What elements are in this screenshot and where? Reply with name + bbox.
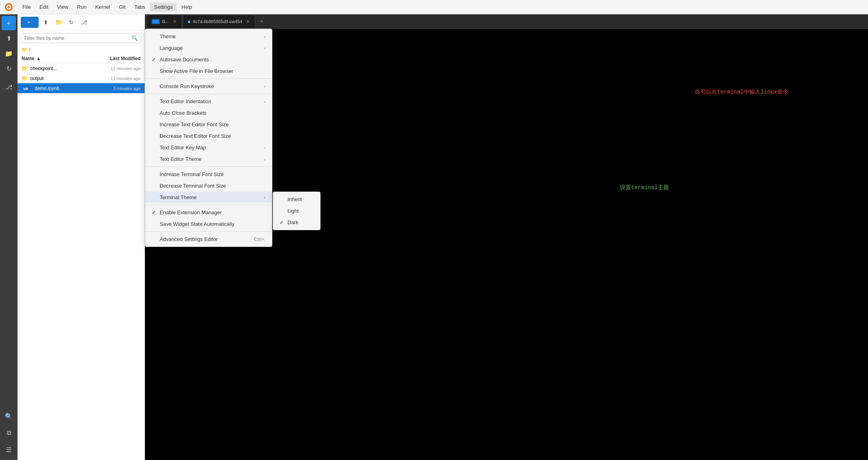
menu-item-autosave[interactable]: ✓ Autosave Documents	[145, 54, 272, 65]
file-modified: 11 minutes ago	[89, 66, 141, 71]
search-icon: 🔍	[131, 35, 138, 41]
file-name: output	[30, 76, 89, 81]
check-icon: ✓	[280, 219, 286, 225]
plus-icon: ＋	[26, 19, 31, 26]
arrow-icon: ›	[264, 145, 266, 150]
terminal-tab-label: ■	[188, 19, 191, 24]
notebook-tab-icon: NB	[152, 19, 160, 24]
menu-item-terminal-theme[interactable]: Terminal Theme › Inherit Light ✓ Dark	[145, 192, 272, 203]
close-tab-icon[interactable]: ✕	[173, 19, 177, 24]
upload-button[interactable]: ⬆	[40, 17, 51, 28]
menu-file[interactable]: File	[18, 2, 35, 12]
column-modified[interactable]: Last Modified	[89, 56, 141, 61]
menu-label: Increase Text Editor Font Size	[160, 121, 266, 127]
menu-label: Show Active File in File Browser	[160, 68, 266, 74]
menu-item-editor-theme[interactable]: Text Editor Theme ›	[145, 153, 272, 165]
add-tab-button[interactable]: +	[256, 16, 267, 27]
tab-notebook[interactable]: NB d... ✕	[147, 15, 182, 28]
menu-label: Autosave Documents	[160, 57, 266, 63]
menu-item-console-run[interactable]: Console Run Keystroke ›	[145, 80, 272, 92]
arrow-icon: ›	[264, 84, 266, 89]
menu-label: Theme	[160, 33, 264, 39]
menu-item-language[interactable]: Language ›	[145, 42, 272, 54]
annotation-red: 你可以在terminal中输入linux命令	[695, 88, 788, 96]
menu-divider	[145, 78, 272, 79]
sidebar-icons: ＋ ⬆ 📁 ↻ ⎇ 🔍 ⧉ ☰	[0, 14, 18, 460]
menu-divider	[145, 166, 272, 167]
submenu-item-inherit[interactable]: Inherit	[273, 194, 320, 205]
svg-point-2	[8, 6, 10, 8]
file-modified: 3 minutes ago	[89, 86, 141, 91]
shortcut-label: Ctrl+,	[254, 237, 266, 242]
menubar: File Edit View Run Kernel Git Tabs Setti…	[0, 0, 868, 14]
check-icon: ✓	[152, 57, 158, 63]
menu-help[interactable]: Help	[178, 2, 196, 12]
list-item[interactable]: 📁 output 11 minutes ago	[18, 73, 145, 83]
menu-item-increase-font[interactable]: Increase Text Editor Font Size	[145, 119, 272, 130]
menu-settings[interactable]: Settings	[150, 2, 177, 12]
menu-tabs[interactable]: Tabs	[130, 2, 149, 12]
new-folder-button[interactable]: 📁	[2, 46, 16, 61]
file-name: demo.ipynb	[35, 86, 89, 91]
file-modified: 11 minutes ago	[89, 76, 141, 81]
menu-item-auto-close[interactable]: Auto Close Brackets	[145, 107, 272, 119]
tab-label: d...	[162, 19, 169, 24]
menu-item-advanced[interactable]: Advanced Settings Editor Ctrl+,	[145, 233, 272, 245]
menu-label: Language	[160, 45, 264, 51]
list-item[interactable]: 📁 checkpoint... 11 minutes ago	[18, 63, 145, 73]
file-browser: ＋ ⬆ 📁 ↻ ⎇ 🔍 📁 / Name ▲ Last Modified	[18, 14, 145, 460]
menu-item-theme[interactable]: Theme ›	[145, 31, 272, 42]
submenu-label: Dark	[287, 219, 298, 225]
submenu-item-dark[interactable]: ✓ Dark	[273, 217, 320, 228]
column-name[interactable]: Name ▲	[22, 56, 89, 61]
arrow-icon: ›	[264, 99, 266, 104]
refresh-button[interactable]: ↻	[2, 61, 16, 76]
file-browser-toolbar: ＋ ⬆ 📁 ↻ ⎇	[18, 14, 145, 31]
submenu-label: Light	[287, 208, 299, 214]
menu-item-text-indent[interactable]: Text Editor Indentation ›	[145, 96, 272, 107]
menu-label: Enable Extension Manager	[160, 209, 266, 215]
annotation-green: 设置terminal主题	[620, 184, 669, 191]
tab-bar: NB d... ✕ ■ 4c7d-6b985955d9-cw454 ✕ +	[145, 14, 868, 29]
menu-git[interactable]: Git	[115, 2, 130, 12]
menu-edit[interactable]: Edit	[35, 2, 52, 12]
arrow-icon: ›	[264, 157, 266, 162]
new-button[interactable]: ＋	[21, 17, 39, 28]
file-name: checkpoint...	[30, 66, 89, 71]
submenu-item-light[interactable]: Light	[273, 205, 320, 217]
search-sidebar-button[interactable]: 🔍	[2, 409, 16, 423]
menu-divider	[145, 205, 272, 205]
extension-button[interactable]: ⧉	[2, 426, 16, 440]
menu-item-keymap[interactable]: Text Editor Key Map ›	[145, 142, 272, 153]
menu-divider	[145, 231, 272, 232]
menu-kernel[interactable]: Kernel	[91, 2, 114, 12]
search-input[interactable]	[24, 35, 131, 41]
refresh-browser-button[interactable]: ↻	[66, 17, 77, 28]
menu-label: Save Widget State Automatically	[160, 221, 266, 227]
menu-label: Console Run Keystroke	[160, 83, 264, 89]
menu-view[interactable]: View	[53, 2, 72, 12]
new-folder-button-tb[interactable]: 📁	[53, 17, 64, 28]
menu-item-save-widget[interactable]: Save Widget State Automatically	[145, 218, 272, 230]
menu-item-increase-terminal[interactable]: Increase Terminal Font Size	[145, 168, 272, 180]
terminal-theme-submenu: Inherit Light ✓ Dark	[273, 192, 321, 230]
menu-label: Decrease Text Editor Font Size	[160, 133, 266, 139]
git-toolbar-button[interactable]: ⎇	[78, 17, 90, 28]
menu-item-show-active[interactable]: Show Active File in File Browser	[145, 65, 272, 77]
list-item[interactable]: NB demo.ipynb 3 minutes ago	[18, 83, 145, 93]
git-button[interactable]: ⎇	[2, 80, 16, 94]
menu-label: Decrease Terminal Font Size	[160, 183, 266, 189]
notebook-icon: NB	[22, 85, 30, 91]
new-launcher-button[interactable]: ＋	[2, 16, 16, 30]
close-tab-icon[interactable]: ✕	[246, 19, 250, 24]
menu-item-decrease-font[interactable]: Decrease Text Editor Font Size	[145, 130, 272, 142]
folder-icon-item: 📁	[22, 65, 28, 71]
menu-item-decrease-terminal[interactable]: Decrease Terminal Font Size	[145, 180, 272, 192]
file-list-header: Name ▲ Last Modified	[18, 54, 145, 63]
upload-files-button[interactable]: ⬆	[2, 31, 16, 45]
menu-item-extension-mgr[interactable]: ✓ Enable Extension Manager	[145, 207, 272, 218]
menu-label: Advanced Settings Editor	[160, 236, 254, 242]
tab-terminal[interactable]: ■ 4c7d-6b985955d9-cw454 ✕	[183, 15, 256, 28]
menu-button[interactable]: ☰	[2, 442, 16, 457]
menu-run[interactable]: Run	[73, 2, 90, 12]
